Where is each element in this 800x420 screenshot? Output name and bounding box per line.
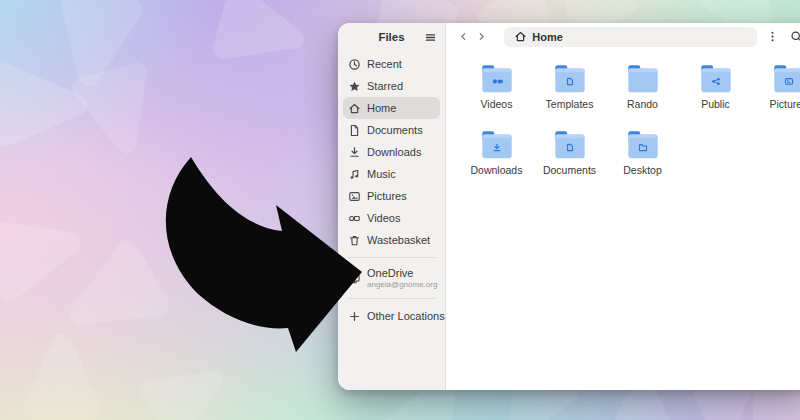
search-icon [790,30,800,43]
sidebar-item-label: Home [367,102,396,114]
sidebar-item-starred[interactable]: Starred [343,75,440,97]
sidebar-item-label: Recent [367,58,402,70]
folder-icon-folder [626,131,660,159]
folder-icon [626,65,660,93]
folder-icon-download [480,131,514,159]
header-bar: Home [446,23,800,50]
file-label: Pictures [770,98,800,110]
folder-icon-document [553,65,587,93]
file-label: Templates [546,98,594,110]
home-icon [514,30,527,43]
file-item-pictures[interactable]: Pictures [752,65,800,131]
recent-icon [348,58,361,71]
file-item-desktop[interactable]: Desktop [606,131,679,197]
sidebar-item-home[interactable]: Home [343,97,440,119]
file-item-documents[interactable]: Documents [533,131,606,197]
home-icon [348,102,361,115]
file-label: Rando [627,98,658,110]
breadcrumb[interactable]: Home [504,27,756,47]
sidebar-header: Files [338,23,445,51]
hamburger-icon [424,31,437,44]
file-label: Videos [481,98,513,110]
file-item-downloads[interactable]: Downloads [460,131,533,197]
search-button[interactable] [787,28,800,46]
sidebar-item-recent[interactable]: Recent [343,53,440,75]
document-icon [348,124,361,137]
content-area: Home Videos [446,23,800,390]
sidebar-item-label: Documents [367,124,423,136]
view-menu-button[interactable] [764,28,782,46]
desktop: Files RecentStarredHomeDocumentsDownload… [0,0,800,420]
folder-icon-share [699,65,733,93]
file-item-public[interactable]: Public [679,65,752,131]
file-label: Documents [543,164,596,176]
file-item-videos[interactable]: Videos [460,65,533,131]
folder-icon-document [553,131,587,159]
sidebar-item-documents[interactable]: Documents [343,119,440,141]
back-button[interactable] [454,27,473,46]
file-label: Desktop [623,164,662,176]
files-window: Files RecentStarredHomeDocumentsDownload… [338,23,800,390]
file-item-rando[interactable]: Rando [606,65,679,131]
forward-button[interactable] [473,27,492,46]
file-grid: Videos Templates Rando Public Pictures [446,50,800,197]
annotation-arrow [140,140,380,370]
file-label: Downloads [471,164,523,176]
window-title: Files [378,31,404,43]
file-label: Public [701,98,730,110]
folder-icon-image [772,65,800,93]
kebab-menu-icon [766,30,779,43]
main-menu-button[interactable] [422,30,438,45]
breadcrumb-label: Home [532,31,563,43]
sidebar-item-label: Starred [367,80,403,92]
star-icon [348,80,361,93]
chevron-right-icon [475,30,488,43]
file-item-templates[interactable]: Templates [533,65,606,131]
folder-icon-video [480,65,514,93]
chevron-left-icon [457,30,470,43]
